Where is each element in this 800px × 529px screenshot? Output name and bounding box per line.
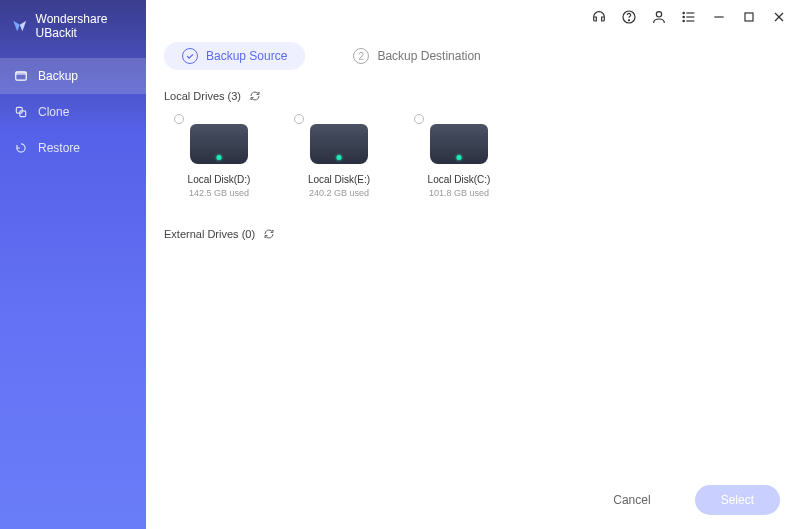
svg-point-11	[683, 16, 684, 17]
app-title: Wondershare UBackit	[36, 12, 136, 40]
account-icon[interactable]	[650, 8, 668, 26]
check-icon	[182, 48, 198, 64]
drive-name: Local Disk(E:)	[308, 174, 370, 185]
close-icon[interactable]	[770, 8, 788, 26]
app-logo-icon	[12, 17, 28, 35]
section-title: External Drives (0)	[164, 228, 255, 240]
support-icon[interactable]	[590, 8, 608, 26]
step-label: Backup Destination	[377, 49, 480, 63]
drive-icon	[430, 124, 488, 164]
drive-item[interactable]: Local Disk(D:) 142.5 GB used	[174, 120, 264, 198]
svg-point-5	[628, 20, 629, 21]
sidebar: Wondershare UBackit Backup Clone Restore	[0, 0, 146, 529]
cancel-button[interactable]: Cancel	[587, 485, 676, 515]
minimize-icon[interactable]	[710, 8, 728, 26]
nav: Backup Clone Restore	[0, 58, 146, 166]
step-backup-source[interactable]: Backup Source	[164, 42, 305, 70]
nav-label: Restore	[38, 141, 80, 155]
section-title: Local Drives (3)	[164, 90, 241, 102]
step-label: Backup Source	[206, 49, 287, 63]
step-backup-destination[interactable]: 2 Backup Destination	[335, 42, 498, 70]
drive-item[interactable]: Local Disk(E:) 240.2 GB used	[294, 120, 384, 198]
drive-radio[interactable]	[174, 114, 184, 124]
main: Backup Source 2 Backup Destination Local…	[146, 0, 800, 529]
nav-item-restore[interactable]: Restore	[0, 130, 146, 166]
drive-item[interactable]: Local Disk(C:) 101.8 GB used	[414, 120, 504, 198]
nav-label: Backup	[38, 69, 78, 83]
svg-point-10	[683, 12, 684, 13]
drive-size: 101.8 GB used	[429, 188, 489, 198]
nav-item-clone[interactable]: Clone	[0, 94, 146, 130]
local-drive-grid: Local Disk(D:) 142.5 GB used Local Disk(…	[164, 120, 782, 198]
refresh-icon[interactable]	[263, 228, 275, 240]
restore-icon	[14, 141, 28, 155]
svg-rect-14	[745, 13, 753, 21]
content: Local Drives (3) Local Disk(D:) 142.5 GB…	[146, 90, 800, 529]
svg-point-6	[656, 12, 661, 17]
drive-icon	[190, 124, 248, 164]
drive-size: 142.5 GB used	[189, 188, 249, 198]
clone-icon	[14, 105, 28, 119]
titlebar	[146, 0, 800, 34]
drive-radio[interactable]	[414, 114, 424, 124]
brand: Wondershare UBackit	[0, 0, 146, 58]
step-tabs: Backup Source 2 Backup Destination	[146, 34, 800, 90]
nav-item-backup[interactable]: Backup	[0, 58, 146, 94]
drive-name: Local Disk(C:)	[428, 174, 491, 185]
nav-label: Clone	[38, 105, 69, 119]
help-icon[interactable]	[620, 8, 638, 26]
footer: Cancel Select	[146, 471, 800, 529]
svg-point-12	[683, 20, 684, 21]
local-drives-header: Local Drives (3)	[164, 90, 782, 102]
svg-rect-1	[16, 72, 27, 75]
step-number: 2	[353, 48, 369, 64]
maximize-icon[interactable]	[740, 8, 758, 26]
menu-icon[interactable]	[680, 8, 698, 26]
drive-name: Local Disk(D:)	[188, 174, 251, 185]
backup-icon	[14, 69, 28, 83]
refresh-icon[interactable]	[249, 90, 261, 102]
drive-radio[interactable]	[294, 114, 304, 124]
external-drives-header: External Drives (0)	[164, 228, 782, 240]
drive-icon	[310, 124, 368, 164]
select-button[interactable]: Select	[695, 485, 780, 515]
drive-size: 240.2 GB used	[309, 188, 369, 198]
